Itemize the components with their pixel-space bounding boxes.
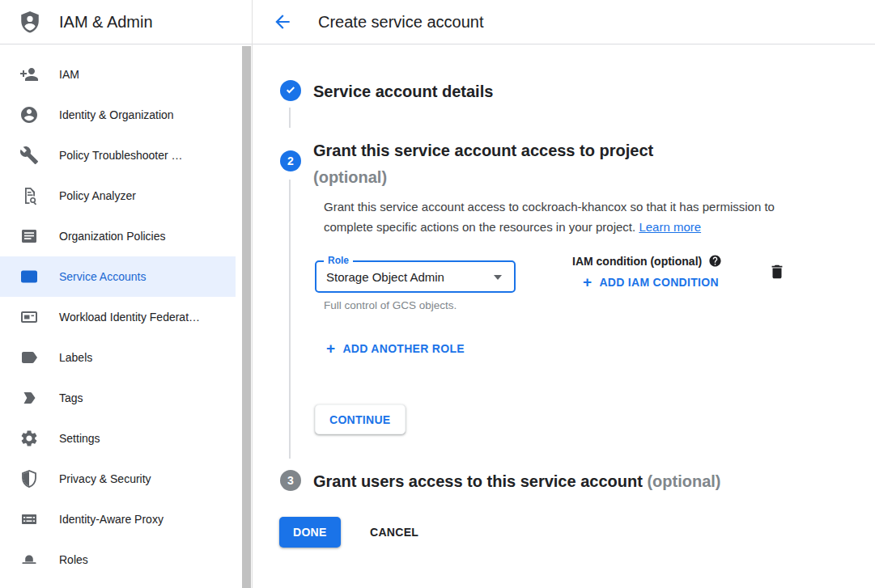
sidebar-item-label: Identity-Aware Proxy (59, 513, 164, 526)
person-add-icon (19, 65, 39, 84)
sidebar-item-service-accounts[interactable]: Service Accounts (0, 256, 236, 297)
role-helper-text: Full control of GCS objects. (324, 299, 457, 311)
sidebar-item-label: IAM (59, 68, 79, 81)
proxy-grid-icon (19, 510, 39, 529)
sidebar-item-label: Settings (59, 432, 100, 445)
hat-icon (19, 550, 39, 569)
iam-admin-shield-icon (18, 10, 42, 34)
continue-button[interactable]: CONTINUE (315, 404, 406, 434)
service-account-key-icon (19, 267, 39, 286)
sidebar-item-privacy-security[interactable]: Privacy & Security (0, 459, 236, 499)
sidebar-scrollbar[interactable] (242, 46, 252, 588)
sidebar-item-policy-troubleshooter[interactable]: Policy Troubleshooter … (0, 135, 236, 176)
step3-optional-label: (optional) (647, 472, 720, 490)
step3-title-text: Grant users access to this service accou… (313, 472, 643, 490)
sidebar-item-label: Tags (59, 391, 83, 404)
iam-condition-label-text: IAM condition (optional) (572, 255, 702, 268)
role-select-value: Storage Object Admin (326, 270, 444, 284)
add-iam-condition-label: ADD IAM CONDITION (599, 276, 718, 289)
dropdown-arrow-icon (494, 275, 502, 280)
step2-description-text: Grant this service account access to coc… (324, 200, 775, 234)
sidebar-item-organization-policies[interactable]: Organization Policies (0, 216, 236, 256)
step-connector (289, 108, 291, 128)
label-tag-icon (19, 348, 39, 367)
main-panel: Create service account Service account d… (253, 0, 875, 588)
delete-role-button[interactable] (767, 263, 787, 282)
main-header: Create service account (253, 0, 875, 44)
sidebar-item-identity-aware-proxy[interactable]: Identity-Aware Proxy (0, 499, 236, 539)
step-connector (289, 180, 291, 459)
gear-icon (19, 429, 39, 448)
sidebar-item-label: Policy Troubleshooter … (59, 149, 183, 162)
add-iam-condition-button[interactable]: + ADD IAM CONDITION (583, 276, 719, 289)
sidebar: IAM & Admin IAMIdentity & OrganizationPo… (0, 0, 253, 588)
back-button[interactable] (272, 11, 293, 32)
role-select[interactable]: Role Storage Object Admin (315, 260, 516, 293)
sidebar-item-label: Roles (59, 553, 88, 566)
sidebar-title: IAM & Admin (59, 13, 153, 32)
sidebar-item-label: Privacy & Security (59, 472, 151, 485)
step1-title: Service account details (313, 81, 493, 102)
sidebar-item-iam[interactable]: IAM (0, 54, 236, 95)
page-title: Create service account (318, 13, 484, 32)
help-button[interactable] (708, 254, 722, 268)
help-icon (708, 258, 722, 270)
add-another-role-label: ADD ANOTHER ROLE (342, 342, 465, 355)
step2-title-text: Grant this service account access to pro… (313, 142, 653, 159)
sidebar-nav: IAMIdentity & OrganizationPolicy Trouble… (0, 54, 236, 580)
step2-description: Grant this service account access to coc… (324, 197, 796, 237)
sidebar-item-roles[interactable]: Roles (0, 539, 236, 580)
plus-icon: + (583, 276, 592, 289)
sidebar-item-label: Workload Identity Federat… (59, 311, 200, 324)
shield-half-icon (19, 469, 39, 489)
step3-circle: 3 (280, 470, 301, 491)
step3-title: Grant users access to this service accou… (313, 471, 721, 492)
wrench-icon (19, 146, 39, 165)
step1-complete-circle (280, 80, 301, 101)
step2-optional-label: (optional) (313, 168, 387, 186)
trash-icon (768, 271, 786, 283)
sidebar-item-identity-organization[interactable]: Identity & Organization (0, 95, 236, 135)
done-button[interactable]: DONE (279, 517, 341, 548)
sidebar-item-workload-identity-federat[interactable]: Workload Identity Federat… (0, 297, 236, 337)
scrollbar-thumb[interactable] (242, 46, 251, 588)
arrow-back-icon (272, 23, 293, 35)
account-circle-icon (19, 105, 39, 125)
sidebar-item-labels[interactable]: Labels (0, 337, 236, 378)
tag-arrow-icon (19, 388, 39, 408)
sidebar-item-policy-analyzer[interactable]: Policy Analyzer (0, 176, 236, 216)
learn-more-link[interactable]: Learn more (639, 220, 701, 234)
step2-circle: 2 (280, 150, 301, 171)
sidebar-item-label: Policy Analyzer (59, 189, 136, 202)
step2-title: Grant this service account access to pro… (313, 137, 653, 191)
role-select-label: Role (324, 255, 353, 266)
sidebar-header: IAM & Admin (0, 0, 252, 44)
cancel-button[interactable]: CANCEL (356, 517, 432, 548)
document-lines-icon (19, 226, 39, 246)
sidebar-item-label: Identity & Organization (59, 108, 174, 121)
iam-condition-label: IAM condition (optional) (572, 254, 722, 268)
sidebar-item-label: Service Accounts (59, 270, 146, 283)
sidebar-item-settings[interactable]: Settings (0, 418, 236, 459)
identity-card-icon (19, 307, 39, 327)
sidebar-item-label: Labels (59, 351, 92, 364)
add-another-role-button[interactable]: + ADD ANOTHER ROLE (326, 342, 465, 355)
checkmark-icon (283, 82, 298, 99)
sidebar-item-label: Organization Policies (59, 230, 166, 243)
policy-analyzer-icon (19, 186, 39, 205)
sidebar-item-tags[interactable]: Tags (0, 378, 236, 418)
plus-icon: + (326, 342, 335, 355)
